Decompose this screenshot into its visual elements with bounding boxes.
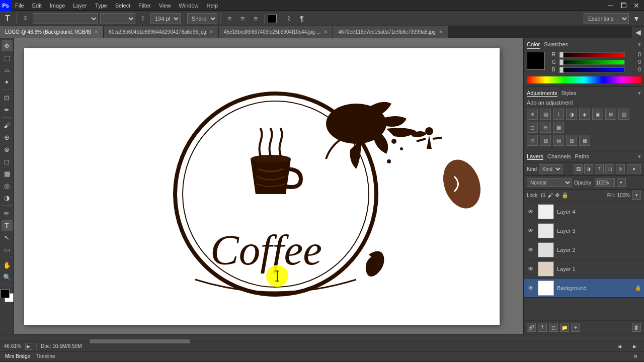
nav-next-icon[interactable]: ▶ [629, 341, 640, 352]
filter-toggle[interactable]: ● [627, 164, 641, 173]
text-color-swatch[interactable] [268, 14, 277, 23]
scroll-thumb[interactable] [90, 339, 190, 343]
color-preview[interactable] [527, 52, 545, 70]
gradient-adj-icon[interactable]: ▥ [566, 135, 577, 146]
foreground-color-swatch[interactable] [1, 289, 10, 298]
channel-adj-icon[interactable]: ⊟ [540, 122, 551, 133]
canvas-area[interactable]: Coffee [14, 38, 523, 334]
fill-stepper[interactable]: ▾ [632, 191, 641, 200]
blur-tool[interactable]: ◎ [2, 180, 13, 191]
clone-tool[interactable]: ⊕ [2, 132, 13, 143]
hand-tool[interactable]: ✋ [2, 259, 13, 270]
tab-layers[interactable]: Layers [527, 153, 543, 160]
panel-collapse-icon[interactable]: ▾ [638, 41, 641, 49]
close-button[interactable]: ✕ [631, 0, 642, 11]
photofilt-adj-icon[interactable]: ◻ [527, 122, 538, 133]
font-style-select[interactable]: Regular [100, 13, 135, 24]
menu-type[interactable]: Type [91, 0, 111, 11]
delete-layer-btn[interactable]: 🗑 [632, 323, 641, 332]
zoom-tool[interactable]: 🔍 [2, 272, 13, 283]
layer-1-visibility[interactable]: 👁 [527, 265, 535, 273]
red-slider[interactable] [559, 52, 625, 57]
vibrance-adj-icon[interactable]: ◈ [579, 109, 590, 120]
layer-item-1[interactable]: 👁 Layer 1 [524, 259, 644, 279]
layer-item-3[interactable]: 👁 Layer 3 [524, 221, 644, 240]
menu-file[interactable]: File [11, 0, 28, 11]
tab-logo-close[interactable]: ✕ [94, 29, 98, 35]
layer-item-2[interactable]: 👁 Layer 2 [524, 240, 644, 259]
anti-alias-select[interactable]: Sharp [187, 13, 217, 24]
curves-adj-icon[interactable]: ⌇ [553, 109, 564, 120]
mini-bridge-tab[interactable]: Mini Bridge [3, 353, 32, 359]
add-mask-btn[interactable]: ◻ [549, 323, 558, 332]
new-group-btn[interactable]: 📁 [560, 323, 569, 332]
marquee-tool[interactable]: ⬚ [2, 52, 13, 63]
tab-styles[interactable]: Styles [561, 90, 577, 97]
filter-select[interactable]: Kind [539, 164, 562, 173]
font-family-select[interactable]: UVN Nguyen Du [33, 13, 98, 24]
move-tool[interactable]: ✥ [2, 40, 13, 51]
opacity-stepper[interactable]: ▾ [617, 178, 626, 187]
text-orient-icon[interactable]: ⇕ [20, 13, 31, 24]
menu-edit[interactable]: Edit [28, 0, 46, 11]
layers-panel-collapse-icon[interactable]: ▾ [638, 153, 641, 160]
workspace-select[interactable]: Essentials [584, 13, 629, 24]
tab-1-close[interactable]: ✕ [209, 29, 213, 35]
opacity-input[interactable] [595, 178, 615, 187]
brightness-adj-icon[interactable]: ☀ [527, 109, 538, 120]
tab-1[interactable]: 60ca98b604b1e889644d2904178a6d96.jpg ✕ [104, 26, 219, 38]
filter-type-icon[interactable]: T [595, 164, 604, 173]
green-slider[interactable] [559, 60, 625, 65]
levels-adj-icon[interactable]: ▤ [540, 109, 551, 120]
selectcolor-adj-icon[interactable]: ▦ [579, 135, 590, 146]
zoom-info-btn[interactable]: ▶ [25, 343, 32, 350]
gradient-tool[interactable]: ▦ [2, 168, 13, 179]
layer-4-visibility[interactable]: 👁 [527, 208, 535, 216]
tab-paths[interactable]: Paths [575, 153, 589, 160]
font-size-select[interactable]: 134 pt [150, 13, 181, 24]
menu-view[interactable]: View [155, 0, 175, 11]
menu-select[interactable]: Select [111, 0, 135, 11]
menu-help[interactable]: Help [202, 0, 222, 11]
colorlookup-adj-icon[interactable]: ▦ [553, 122, 564, 133]
panel-toggle-icon[interactable]: ◀ [632, 27, 644, 38]
align-center-icon[interactable]: ≡ [237, 13, 248, 24]
menu-filter[interactable]: Filter [134, 0, 154, 11]
tab-swatches[interactable]: Swatches [544, 41, 568, 49]
align-left-icon[interactable]: ≡ [224, 13, 235, 24]
add-style-btn[interactable]: f [538, 323, 547, 332]
brush-tool[interactable]: 🖌 [2, 120, 13, 131]
threshold-adj-icon[interactable]: ▤ [553, 135, 564, 146]
healing-tool[interactable]: ⊗ [2, 144, 13, 155]
pen-tool[interactable]: ✏ [2, 208, 13, 219]
tab-adjustments[interactable]: Adjustments [527, 90, 557, 97]
layer-item-4[interactable]: 👁 Layer 4 [524, 202, 644, 221]
lasso-tool[interactable]: ⌓ [2, 64, 13, 75]
huesat-adj-icon[interactable]: ▣ [592, 109, 603, 120]
bw-adj-icon[interactable]: ▨ [618, 109, 629, 120]
menu-image[interactable]: Image [46, 0, 69, 11]
lock-paint-icon[interactable]: 🖌 [547, 192, 553, 198]
nav-prev-icon[interactable]: ◀ [614, 341, 625, 352]
adj-collapse-icon[interactable]: ▾ [638, 90, 641, 97]
posterize-adj-icon[interactable]: ▥ [540, 135, 551, 146]
workspace-options-icon[interactable]: ▼ [631, 13, 642, 24]
exposure-adj-icon[interactable]: ◑ [566, 109, 577, 120]
timeline-tab[interactable]: Timeline [34, 353, 57, 359]
layer-item-background[interactable]: 👁 Background 🔒 [524, 279, 644, 298]
colorbal-adj-icon[interactable]: ⊞ [605, 109, 616, 120]
menu-window[interactable]: Window [175, 0, 202, 11]
invert-adj-icon[interactable]: ⊡ [527, 135, 538, 146]
warp-text-icon[interactable]: ⌇ [283, 13, 294, 24]
filter-adj-icon[interactable]: ◑ [584, 164, 593, 173]
eraser-tool[interactable]: ◻ [2, 156, 13, 167]
layer-bg-visibility[interactable]: 👁 [527, 284, 535, 292]
new-layer-btn[interactable]: + [571, 323, 580, 332]
tab-channels[interactable]: Channels [547, 153, 571, 160]
tab-2-close[interactable]: ✕ [324, 29, 328, 35]
type-tool-icon[interactable]: T [2, 13, 13, 24]
blend-mode-select[interactable]: Normal [527, 178, 572, 187]
crop-tool[interactable]: ⊡ [2, 92, 13, 103]
lock-move-icon[interactable]: ✥ [555, 192, 559, 199]
lock-transparent-icon[interactable]: ⊡ [541, 192, 545, 199]
